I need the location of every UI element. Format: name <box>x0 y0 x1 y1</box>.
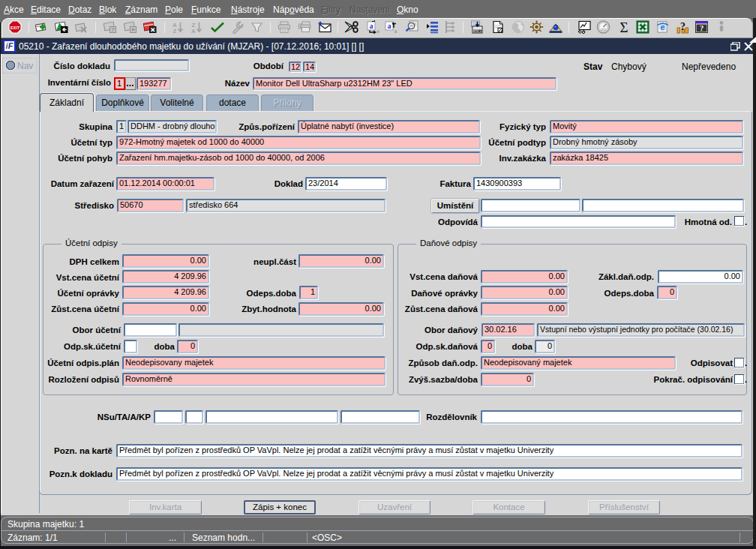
svg-text:?: ? <box>111 26 115 33</box>
svg-text:A: A <box>191 28 196 34</box>
svg-text:a: a <box>376 28 380 34</box>
svg-text:?: ? <box>700 24 704 32</box>
svg-text:1315: 1315 <box>601 28 607 32</box>
svg-text:a: a <box>388 22 392 30</box>
svg-text:Z: Z <box>173 28 177 34</box>
svg-text:?: ? <box>680 21 686 32</box>
svg-text:EXIT: EXIT <box>10 26 20 30</box>
svg-text:a: a <box>394 28 398 34</box>
svg-text:a: a <box>370 22 374 30</box>
svg-text:Σ: Σ <box>620 20 628 34</box>
